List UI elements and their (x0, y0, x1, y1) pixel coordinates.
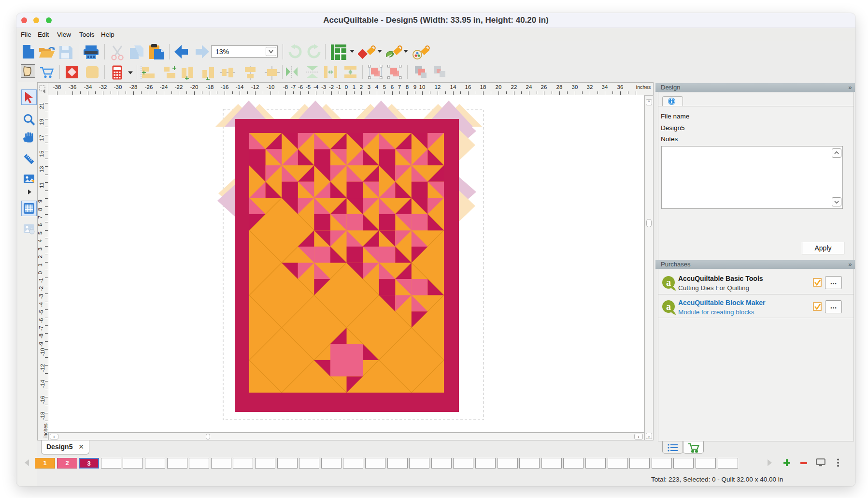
svg-text:a: a (666, 277, 671, 288)
svg-text:a: a (666, 301, 671, 312)
